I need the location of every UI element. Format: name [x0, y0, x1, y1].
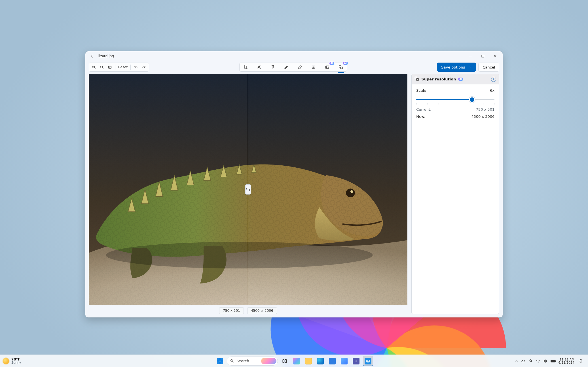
- panel-header: Super resolution AI i: [412, 74, 499, 84]
- edit-tabs: AI AI: [239, 63, 347, 72]
- close-button[interactable]: [489, 52, 502, 60]
- teams-button[interactable]: T: [351, 356, 361, 366]
- explorer-button[interactable]: [303, 356, 314, 366]
- recall-button[interactable]: [339, 356, 349, 366]
- weather-icon: [3, 358, 9, 364]
- adjust-tab[interactable]: [254, 63, 264, 71]
- wifi-icon: [536, 359, 540, 363]
- svg-rect-25: [89, 74, 248, 305]
- scale-row: Scale 6x: [416, 88, 494, 93]
- taskbar-right: 11:11 AM 6/22/2024: [515, 356, 585, 366]
- svg-point-8: [314, 66, 315, 66]
- svg-point-28: [231, 360, 233, 362]
- clock-date: 6/22/2024: [559, 361, 574, 364]
- svg-point-14: [314, 68, 315, 69]
- save-options-button[interactable]: Save options: [437, 63, 476, 72]
- original-size-chip: 750 x 501: [219, 307, 244, 314]
- generative-tab[interactable]: AI: [322, 63, 332, 71]
- markup-tab[interactable]: [282, 63, 291, 71]
- blur-tab[interactable]: [309, 63, 318, 71]
- svg-point-12: [312, 68, 312, 69]
- scale-label: Scale: [416, 88, 426, 93]
- panel-icon: [414, 76, 419, 82]
- compare-handle[interactable]: [245, 184, 251, 195]
- maximize-button[interactable]: [477, 52, 489, 60]
- new-size-row: New: 4500 x 3006: [416, 114, 494, 119]
- edge-button[interactable]: [315, 356, 325, 366]
- undo-button[interactable]: [132, 63, 140, 71]
- image-canvas: [89, 74, 408, 305]
- ai-badge: AI: [458, 78, 463, 81]
- tray-overflow-icon: [515, 359, 518, 363]
- super-resolution-tab[interactable]: AI: [336, 63, 346, 71]
- svg-rect-35: [551, 360, 555, 362]
- erase-tab[interactable]: [295, 63, 305, 71]
- svg-point-11: [314, 67, 315, 67]
- toolbar-actions: Save options Cancel: [437, 63, 499, 72]
- start-button[interactable]: [215, 356, 225, 366]
- scale-slider[interactable]: [416, 97, 494, 104]
- editor-toolbar: Reset: [85, 61, 503, 74]
- cancel-label: Cancel: [483, 65, 495, 69]
- new-size-label: New:: [416, 114, 425, 119]
- clock-time: 11:11 AM: [560, 358, 574, 361]
- svg-rect-1: [482, 55, 484, 57]
- cancel-button[interactable]: Cancel: [478, 63, 499, 72]
- notifications-button[interactable]: [577, 356, 585, 366]
- svg-rect-30: [285, 359, 287, 362]
- svg-point-9: [312, 67, 312, 67]
- titlebar: lizard.jpg: [85, 51, 503, 61]
- workspace: 750 x 501 4500 × 3006 Super resolution A…: [85, 74, 503, 317]
- onedrive-icon: [521, 359, 526, 363]
- current-size-row: Current: 750 x 501: [416, 107, 494, 112]
- taskbar-clock[interactable]: 11:11 AM 6/22/2024: [559, 358, 574, 364]
- battery-icon: [551, 359, 556, 363]
- copilot-tray-icon: [528, 359, 533, 363]
- fit-button[interactable]: [106, 63, 114, 71]
- filter-tab[interactable]: [268, 63, 278, 71]
- taskbar-center: Search T: [215, 356, 373, 366]
- new-size-chip: 4500 × 3006: [247, 307, 277, 314]
- photos-window: lizard.jpg: [85, 51, 503, 317]
- taskbar: 78°F Sunny Search T: [0, 355, 588, 367]
- reset-button[interactable]: Reset: [117, 63, 130, 71]
- panel-title: Super resolution: [421, 77, 456, 81]
- svg-point-10: [313, 67, 314, 67]
- scale-value: 6x: [490, 88, 494, 93]
- task-view-button[interactable]: [280, 356, 290, 366]
- taskbar-search[interactable]: Search: [227, 357, 278, 366]
- volume-icon: [543, 359, 548, 363]
- redo-button[interactable]: [140, 63, 148, 71]
- system-tray[interactable]: [515, 359, 556, 363]
- minimize-button[interactable]: [464, 52, 477, 60]
- ai-badge: AI: [343, 62, 348, 65]
- info-button[interactable]: i: [491, 77, 496, 82]
- active-tab-indicator: [338, 72, 344, 73]
- zoom-in-button[interactable]: [90, 63, 98, 71]
- taskbar-search-placeholder: Search: [236, 359, 249, 363]
- save-options-label: Save options: [441, 65, 465, 69]
- panel-body: Scale 6x Current: 750 x 501 New:: [412, 84, 499, 123]
- search-highlight-icon: [261, 358, 276, 364]
- svg-point-13: [313, 68, 314, 69]
- back-button[interactable]: [88, 52, 96, 60]
- search-icon: [230, 359, 234, 363]
- svg-rect-4: [109, 66, 111, 69]
- file-name: lizard.jpg: [98, 54, 114, 58]
- super-resolution-panel: Super resolution AI i Scale 6x: [411, 74, 499, 314]
- svg-point-7: [313, 66, 314, 66]
- canvas-wrap: 750 x 501 4500 × 3006: [89, 74, 408, 314]
- copilot-button[interactable]: [291, 356, 302, 366]
- zoom-out-button[interactable]: [98, 63, 106, 71]
- reset-label: Reset: [118, 65, 128, 69]
- compare-chipbar: 750 x 501 4500 × 3006: [89, 305, 408, 314]
- current-size-label: Current:: [416, 107, 431, 112]
- svg-rect-36: [555, 360, 556, 361]
- store-button[interactable]: [327, 356, 337, 366]
- crop-tab[interactable]: [241, 63, 250, 71]
- taskbar-weather[interactable]: 78°F Sunny: [3, 358, 48, 364]
- view-controls-group: Reset: [89, 63, 149, 72]
- photos-taskbar-button[interactable]: [363, 356, 373, 366]
- current-size-value: 750 x 501: [476, 107, 495, 112]
- svg-point-33: [538, 362, 538, 362]
